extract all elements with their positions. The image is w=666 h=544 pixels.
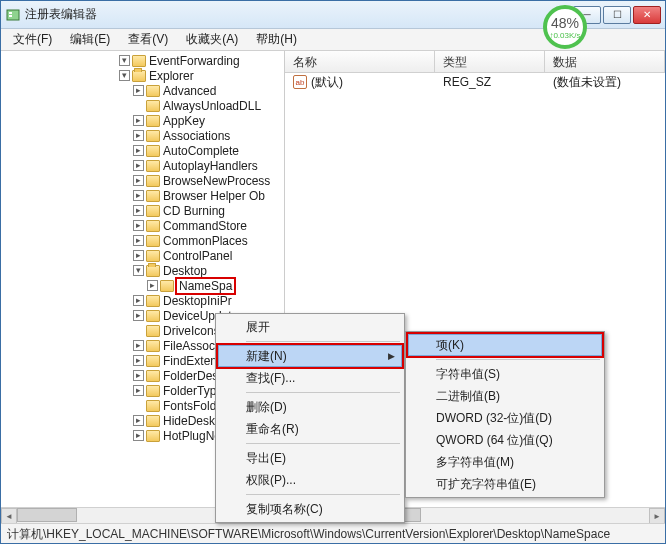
tree-node[interactable]: ▾Explorer (3, 68, 284, 83)
folder-icon (146, 190, 160, 202)
menu-view[interactable]: 查看(V) (120, 29, 176, 50)
folder-icon (146, 295, 160, 307)
menu-item-label: DWORD (32-位)值(D) (436, 410, 552, 427)
expand-icon[interactable]: ▸ (133, 220, 144, 231)
tree-label: Desktop (163, 264, 207, 278)
ctx-item[interactable]: 导出(E) (218, 447, 402, 469)
expand-icon[interactable]: ▸ (133, 430, 144, 441)
col-data[interactable]: 数据 (545, 51, 665, 72)
ctx-item[interactable]: 复制项名称(C) (218, 498, 402, 520)
menu-item-label: 二进制值(B) (436, 388, 500, 405)
scroll-left-icon[interactable]: ◄ (1, 508, 17, 523)
expand-icon[interactable]: ▸ (133, 370, 144, 381)
tree-node[interactable]: ▸AppKey (3, 113, 284, 128)
ctx-item[interactable]: 查找(F)... (218, 367, 402, 389)
menu-item-label: 项(K) (436, 337, 464, 354)
menu-file[interactable]: 文件(F) (5, 29, 60, 50)
close-button[interactable]: ✕ (633, 6, 661, 24)
ctx-new-item[interactable]: 字符串值(S) (408, 363, 602, 385)
tree-label: CommonPlaces (163, 234, 248, 248)
tree-label: EventForwarding (149, 54, 240, 68)
menu-help[interactable]: 帮助(H) (248, 29, 305, 50)
tree-spacer (133, 400, 144, 411)
tree-node[interactable]: ▸Associations (3, 128, 284, 143)
folder-icon (146, 220, 160, 232)
expand-icon[interactable]: ▸ (133, 340, 144, 351)
tree-label: BrowseNewProcess (163, 174, 270, 188)
ctx-new-item[interactable]: 多字符串值(M) (408, 451, 602, 473)
tree-node[interactable]: ▸DesktopIniPr (3, 293, 284, 308)
tree-label: AlwaysUnloadDLL (163, 99, 261, 113)
tree-label: AutoplayHandlers (163, 159, 258, 173)
tree-node[interactable]: ▸CommonPlaces (3, 233, 284, 248)
expand-icon[interactable]: ▸ (133, 295, 144, 306)
expand-icon[interactable]: ▸ (133, 190, 144, 201)
tree-label: CD Burning (163, 204, 225, 218)
tree-node[interactable]: ▸NameSpa (3, 278, 284, 293)
tree-node[interactable]: ▾EventForwarding (3, 53, 284, 68)
tree-label: ControlPanel (163, 249, 232, 263)
ctx-item[interactable]: 重命名(R) (218, 418, 402, 440)
tree-node[interactable]: ▸ControlPanel (3, 248, 284, 263)
expand-icon[interactable]: ▸ (133, 250, 144, 261)
expand-icon[interactable]: ▸ (133, 160, 144, 171)
collapse-icon[interactable]: ▾ (119, 55, 130, 66)
value-data: (数值未设置) (545, 73, 665, 92)
folder-icon (146, 115, 160, 127)
ctx-new-item[interactable]: 项(K) (408, 334, 602, 356)
col-type[interactable]: 类型 (435, 51, 545, 72)
expand-icon[interactable]: ▸ (147, 280, 158, 291)
tree-label: DriveIcons (163, 324, 220, 338)
tree-node[interactable]: ▸CD Burning (3, 203, 284, 218)
menu-item-label: 重命名(R) (246, 421, 299, 438)
statusbar: 计算机\HKEY_LOCAL_MACHINE\SOFTWARE\Microsof… (1, 523, 665, 543)
tree-node[interactable]: ▾Desktop (3, 263, 284, 278)
ctx-new-item[interactable]: 可扩充字符串值(E) (408, 473, 602, 495)
menu-edit[interactable]: 编辑(E) (62, 29, 118, 50)
ctx-item[interactable]: 展开 (218, 316, 402, 338)
tree-node[interactable]: ▸BrowseNewProcess (3, 173, 284, 188)
folder-icon (146, 175, 160, 187)
tree-node[interactable]: ▸Browser Helper Ob (3, 188, 284, 203)
ctx-new-item[interactable]: QWORD (64 位)值(Q) (408, 429, 602, 451)
scroll-right-icon[interactable]: ► (649, 508, 665, 523)
menu-favorites[interactable]: 收藏夹(A) (178, 29, 246, 50)
menu-separator (246, 494, 400, 495)
expand-icon[interactable]: ▸ (133, 235, 144, 246)
tree-node[interactable]: AlwaysUnloadDLL (3, 98, 284, 113)
expand-icon[interactable]: ▸ (133, 115, 144, 126)
tree-node[interactable]: ▸CommandStore (3, 218, 284, 233)
menu-item-label: 字符串值(S) (436, 366, 500, 383)
scroll-thumb[interactable] (17, 508, 77, 522)
expand-icon[interactable]: ▸ (133, 310, 144, 321)
value-type: REG_SZ (435, 74, 545, 90)
expand-icon[interactable]: ▸ (133, 175, 144, 186)
ctx-item[interactable]: 新建(N)▶ (218, 345, 402, 367)
expand-icon[interactable]: ▸ (133, 145, 144, 156)
ctx-new-item[interactable]: DWORD (32-位)值(D) (408, 407, 602, 429)
ctx-item[interactable]: 权限(P)... (218, 469, 402, 491)
ctx-new-item[interactable]: 二进制值(B) (408, 385, 602, 407)
menu-item-label: 多字符串值(M) (436, 454, 514, 471)
collapse-icon[interactable]: ▾ (133, 265, 144, 276)
expand-icon[interactable]: ▸ (133, 85, 144, 96)
ctx-item[interactable]: 删除(D) (218, 396, 402, 418)
maximize-button[interactable]: ☐ (603, 6, 631, 24)
tree-label: AppKey (163, 114, 205, 128)
tree-node[interactable]: ▸AutoComplete (3, 143, 284, 158)
expand-icon[interactable]: ▸ (133, 205, 144, 216)
collapse-icon[interactable]: ▾ (119, 70, 130, 81)
folder-icon (160, 280, 174, 292)
menu-separator (246, 392, 400, 393)
tree-node[interactable]: ▸Advanced (3, 83, 284, 98)
expand-icon[interactable]: ▸ (133, 130, 144, 141)
list-row[interactable]: ab (默认) REG_SZ (数值未设置) (285, 73, 665, 91)
tree-node[interactable]: ▸AutoplayHandlers (3, 158, 284, 173)
col-name[interactable]: 名称 (285, 51, 435, 72)
svg-rect-2 (9, 15, 12, 17)
speed-gauge: 48% ↑0.03K/s (543, 5, 587, 49)
expand-icon[interactable]: ▸ (133, 355, 144, 366)
expand-icon[interactable]: ▸ (133, 415, 144, 426)
menu-item-label: 查找(F)... (246, 370, 295, 387)
expand-icon[interactable]: ▸ (133, 385, 144, 396)
